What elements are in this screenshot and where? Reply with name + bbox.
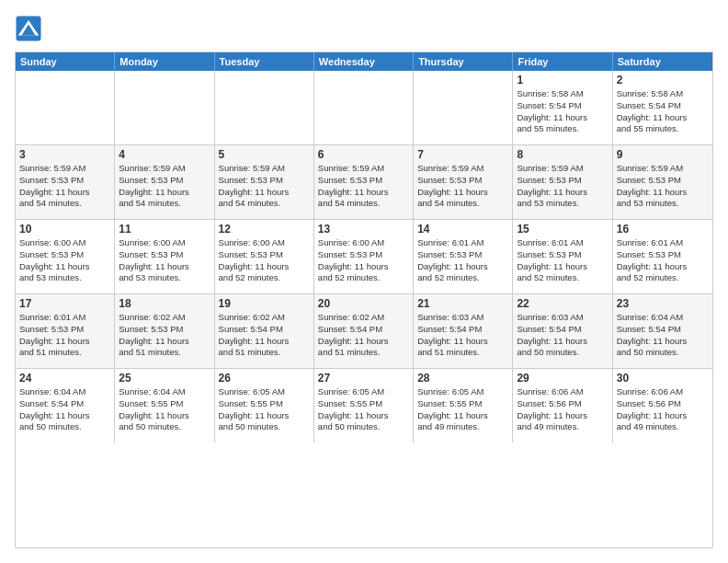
page: SundayMondayTuesdayWednesdayThursdayFrid… <box>0 0 728 563</box>
header-day-saturday: Saturday <box>613 52 712 71</box>
header-day-wednesday: Wednesday <box>314 52 414 71</box>
calendar-cell: 2Sunrise: 5:58 AM Sunset: 5:54 PM Daylig… <box>613 71 712 144</box>
day-number: 3 <box>19 148 110 161</box>
day-info: Sunrise: 6:00 AM Sunset: 5:53 PM Dayligh… <box>318 237 409 284</box>
calendar-cell <box>314 71 414 144</box>
day-number: 13 <box>318 223 409 236</box>
calendar-cell: 18Sunrise: 6:02 AM Sunset: 5:53 PM Dayli… <box>115 294 214 368</box>
header <box>15 15 713 42</box>
day-info: Sunrise: 6:06 AM Sunset: 5:56 PM Dayligh… <box>617 386 709 433</box>
day-info: Sunrise: 6:01 AM Sunset: 5:53 PM Dayligh… <box>517 237 608 284</box>
day-number: 7 <box>417 148 508 161</box>
day-info: Sunrise: 6:00 AM Sunset: 5:53 PM Dayligh… <box>219 237 310 284</box>
header-day-monday: Monday <box>115 52 214 71</box>
day-info: Sunrise: 5:59 AM Sunset: 5:53 PM Dayligh… <box>517 163 608 210</box>
calendar-cell: 23Sunrise: 6:04 AM Sunset: 5:54 PM Dayli… <box>613 294 712 368</box>
calendar-row: 1Sunrise: 5:58 AM Sunset: 5:54 PM Daylig… <box>16 71 712 145</box>
calendar-row: 3Sunrise: 5:59 AM Sunset: 5:53 PM Daylig… <box>16 145 712 220</box>
day-info: Sunrise: 6:03 AM Sunset: 5:54 PM Dayligh… <box>417 312 508 359</box>
calendar-row: 17Sunrise: 6:01 AM Sunset: 5:53 PM Dayli… <box>16 294 712 369</box>
calendar-cell: 12Sunrise: 6:00 AM Sunset: 5:53 PM Dayli… <box>215 220 314 293</box>
day-info: Sunrise: 5:58 AM Sunset: 5:54 PM Dayligh… <box>617 88 709 135</box>
calendar-cell: 22Sunrise: 6:03 AM Sunset: 5:54 PM Dayli… <box>513 294 612 368</box>
day-number: 21 <box>417 297 508 310</box>
calendar-cell: 28Sunrise: 6:05 AM Sunset: 5:55 PM Dayli… <box>414 369 513 442</box>
day-number: 23 <box>617 297 709 310</box>
calendar-cell <box>115 71 214 144</box>
header-day-friday: Friday <box>513 52 612 71</box>
day-number: 29 <box>517 372 608 385</box>
calendar-cell <box>414 71 513 144</box>
calendar-cell: 14Sunrise: 6:01 AM Sunset: 5:53 PM Dayli… <box>414 220 513 293</box>
day-number: 20 <box>318 297 409 310</box>
day-info: Sunrise: 5:59 AM Sunset: 5:53 PM Dayligh… <box>119 163 210 210</box>
day-info: Sunrise: 5:59 AM Sunset: 5:53 PM Dayligh… <box>219 163 310 210</box>
calendar-cell: 26Sunrise: 6:05 AM Sunset: 5:55 PM Dayli… <box>215 369 314 442</box>
day-number: 14 <box>417 223 508 236</box>
calendar-cell: 21Sunrise: 6:03 AM Sunset: 5:54 PM Dayli… <box>414 294 513 368</box>
calendar-cell <box>215 71 314 144</box>
day-info: Sunrise: 5:59 AM Sunset: 5:53 PM Dayligh… <box>417 163 508 210</box>
day-number: 10 <box>19 223 110 236</box>
day-number: 11 <box>119 223 210 236</box>
day-number: 28 <box>417 372 508 385</box>
calendar-cell: 16Sunrise: 6:01 AM Sunset: 5:53 PM Dayli… <box>613 220 712 293</box>
calendar-cell: 25Sunrise: 6:04 AM Sunset: 5:55 PM Dayli… <box>115 369 214 442</box>
day-info: Sunrise: 6:01 AM Sunset: 5:53 PM Dayligh… <box>417 237 508 284</box>
day-info: Sunrise: 5:58 AM Sunset: 5:54 PM Dayligh… <box>517 88 608 135</box>
day-number: 5 <box>219 148 310 161</box>
header-day-tuesday: Tuesday <box>215 52 314 71</box>
day-number: 6 <box>318 148 409 161</box>
day-info: Sunrise: 6:00 AM Sunset: 5:53 PM Dayligh… <box>19 237 110 284</box>
calendar-cell: 3Sunrise: 5:59 AM Sunset: 5:53 PM Daylig… <box>16 145 115 219</box>
calendar-cell: 15Sunrise: 6:01 AM Sunset: 5:53 PM Dayli… <box>513 220 612 293</box>
calendar-cell: 4Sunrise: 5:59 AM Sunset: 5:53 PM Daylig… <box>115 145 214 219</box>
day-info: Sunrise: 6:05 AM Sunset: 5:55 PM Dayligh… <box>417 386 508 433</box>
calendar-cell: 19Sunrise: 6:02 AM Sunset: 5:54 PM Dayli… <box>215 294 314 368</box>
calendar-cell: 10Sunrise: 6:00 AM Sunset: 5:53 PM Dayli… <box>16 220 115 293</box>
calendar-cell: 30Sunrise: 6:06 AM Sunset: 5:56 PM Dayli… <box>613 369 712 442</box>
day-number: 26 <box>219 372 310 385</box>
calendar-cell: 8Sunrise: 5:59 AM Sunset: 5:53 PM Daylig… <box>513 145 612 219</box>
calendar-cell: 9Sunrise: 5:59 AM Sunset: 5:53 PM Daylig… <box>613 145 712 219</box>
day-number: 19 <box>219 297 310 310</box>
day-number: 25 <box>119 372 210 385</box>
day-info: Sunrise: 6:01 AM Sunset: 5:53 PM Dayligh… <box>617 237 709 284</box>
calendar-cell: 17Sunrise: 6:01 AM Sunset: 5:53 PM Dayli… <box>16 294 115 368</box>
day-number: 2 <box>617 74 709 86</box>
day-number: 16 <box>617 223 709 236</box>
calendar-header: SundayMondayTuesdayWednesdayThursdayFrid… <box>16 52 712 71</box>
calendar-cell: 27Sunrise: 6:05 AM Sunset: 5:55 PM Dayli… <box>314 369 414 442</box>
calendar-row: 10Sunrise: 6:00 AM Sunset: 5:53 PM Dayli… <box>16 220 712 294</box>
calendar-cell: 11Sunrise: 6:00 AM Sunset: 5:53 PM Dayli… <box>115 220 214 293</box>
calendar-cell: 6Sunrise: 5:59 AM Sunset: 5:53 PM Daylig… <box>314 145 414 219</box>
calendar-cell: 24Sunrise: 6:04 AM Sunset: 5:54 PM Dayli… <box>16 369 115 442</box>
day-number: 27 <box>318 372 409 385</box>
day-info: Sunrise: 6:02 AM Sunset: 5:54 PM Dayligh… <box>318 312 409 359</box>
day-info: Sunrise: 5:59 AM Sunset: 5:53 PM Dayligh… <box>19 163 110 210</box>
calendar-cell: 5Sunrise: 5:59 AM Sunset: 5:53 PM Daylig… <box>215 145 314 219</box>
day-info: Sunrise: 6:00 AM Sunset: 5:53 PM Dayligh… <box>119 237 210 284</box>
calendar-row: 24Sunrise: 6:04 AM Sunset: 5:54 PM Dayli… <box>16 369 712 442</box>
header-day-sunday: Sunday <box>16 52 115 71</box>
day-number: 1 <box>517 74 608 86</box>
day-info: Sunrise: 6:06 AM Sunset: 5:56 PM Dayligh… <box>517 386 608 433</box>
day-number: 24 <box>19 372 110 385</box>
day-info: Sunrise: 6:02 AM Sunset: 5:53 PM Dayligh… <box>119 312 210 359</box>
calendar: SundayMondayTuesdayWednesdayThursdayFrid… <box>15 52 713 548</box>
day-info: Sunrise: 5:59 AM Sunset: 5:53 PM Dayligh… <box>617 163 709 210</box>
day-number: 30 <box>617 372 709 385</box>
day-number: 8 <box>517 148 608 161</box>
header-day-thursday: Thursday <box>414 52 513 71</box>
calendar-body: 1Sunrise: 5:58 AM Sunset: 5:54 PM Daylig… <box>16 71 712 442</box>
day-info: Sunrise: 6:05 AM Sunset: 5:55 PM Dayligh… <box>318 386 409 433</box>
day-info: Sunrise: 6:04 AM Sunset: 5:55 PM Dayligh… <box>119 386 210 433</box>
day-number: 12 <box>219 223 310 236</box>
day-info: Sunrise: 6:03 AM Sunset: 5:54 PM Dayligh… <box>517 312 608 359</box>
day-info: Sunrise: 6:04 AM Sunset: 5:54 PM Dayligh… <box>617 312 709 359</box>
calendar-cell: 29Sunrise: 6:06 AM Sunset: 5:56 PM Dayli… <box>513 369 612 442</box>
logo-icon <box>15 15 42 42</box>
day-info: Sunrise: 6:05 AM Sunset: 5:55 PM Dayligh… <box>219 386 310 433</box>
day-number: 18 <box>119 297 210 310</box>
calendar-cell: 7Sunrise: 5:59 AM Sunset: 5:53 PM Daylig… <box>414 145 513 219</box>
